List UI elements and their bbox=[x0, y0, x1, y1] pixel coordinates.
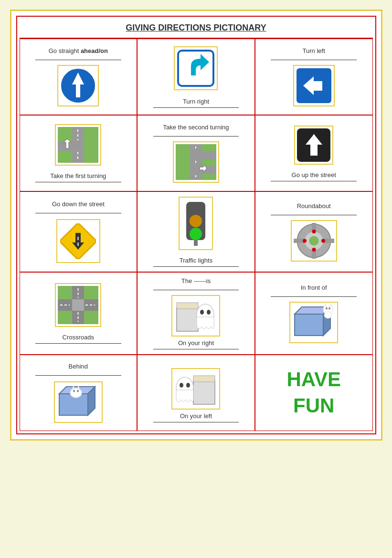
svg-point-53 bbox=[200, 310, 204, 315]
label-first-turning: Take the first turning bbox=[50, 172, 106, 179]
cell-go-up-street: Go up the street bbox=[255, 115, 373, 191]
up-street-arrow-icon bbox=[301, 132, 327, 158]
img-frame-cat-front bbox=[289, 302, 338, 343]
svg-point-67 bbox=[70, 388, 82, 398]
label-turn-right: Turn right bbox=[183, 98, 209, 105]
img-frame-up-street bbox=[294, 126, 333, 165]
label-on-your-left: On your left bbox=[180, 412, 212, 420]
have-fun-text: HAVEFUN bbox=[286, 367, 341, 419]
img-frame-first-turning bbox=[55, 124, 101, 166]
svg-rect-49 bbox=[177, 307, 198, 331]
label-roundabout: Roundabout bbox=[260, 202, 368, 210]
up-street-sign bbox=[297, 128, 330, 162]
svg-point-54 bbox=[207, 310, 211, 315]
img-frame-crossroads bbox=[55, 283, 101, 327]
cat-front-icon bbox=[292, 305, 335, 340]
svg-point-69 bbox=[77, 390, 79, 392]
svg-point-61 bbox=[328, 307, 330, 309]
label-behind: Behind bbox=[25, 363, 132, 370]
label-in-front-of: In front of bbox=[260, 284, 368, 291]
label-go-straight: Go straight ahead/on bbox=[25, 47, 132, 54]
svg-rect-72 bbox=[193, 380, 215, 404]
turn-right-icon bbox=[177, 49, 215, 87]
label-second-turning: Take the second turning bbox=[142, 124, 250, 131]
img-frame-turn-left bbox=[293, 65, 335, 106]
label-go-down-street: Go down the street bbox=[25, 200, 132, 208]
img-frame-traffic-lights bbox=[179, 197, 213, 250]
cell-crossroads: Crossroads bbox=[20, 272, 138, 355]
roundabout-icon bbox=[294, 223, 334, 259]
page: GIVING DIRECTIONS PICTIONARY Go straight… bbox=[10, 10, 382, 441]
cat-behind-icon bbox=[57, 384, 100, 420]
second-turning-icon bbox=[176, 144, 216, 180]
ghost-left-icon bbox=[174, 371, 217, 407]
cell-go-down-street: Go down the street bbox=[20, 191, 138, 272]
cell-turn-left: Turn left bbox=[255, 39, 373, 115]
cell-in-front-of: In front of bbox=[255, 272, 373, 355]
straight-ahead-icon bbox=[60, 68, 96, 104]
label-traffic-lights: Traffic lights bbox=[180, 257, 212, 264]
cell-the-is: The ------is bbox=[137, 272, 255, 355]
svg-point-68 bbox=[73, 390, 75, 392]
crossroads-icon bbox=[58, 286, 98, 324]
down-street-sign-icon bbox=[60, 223, 96, 259]
svg-point-59 bbox=[324, 312, 332, 318]
first-turning-icon bbox=[58, 127, 98, 163]
cell-turn-right: Turn right bbox=[137, 39, 255, 115]
svg-rect-73 bbox=[193, 376, 215, 382]
ghost-right-icon bbox=[174, 298, 217, 334]
svg-rect-13 bbox=[202, 151, 216, 160]
svg-point-77 bbox=[186, 383, 190, 388]
cell-roundabout: Roundabout bbox=[255, 191, 373, 272]
img-frame-ghost-left bbox=[171, 368, 220, 410]
svg-point-60 bbox=[326, 307, 328, 309]
cell-second-turning: Take the second turning bbox=[137, 115, 255, 191]
svg-point-28 bbox=[190, 202, 202, 214]
label-crossroads: Crossroads bbox=[63, 334, 94, 341]
img-frame-down-street bbox=[56, 219, 100, 263]
img-frame-cat-behind bbox=[54, 381, 103, 423]
svg-point-37 bbox=[312, 230, 316, 233]
cell-behind: Behind bbox=[20, 355, 138, 431]
svg-rect-29 bbox=[194, 240, 198, 246]
cell-have-fun: HAVEFUN bbox=[255, 355, 373, 431]
svg-point-27 bbox=[190, 215, 202, 227]
label-up-street: Go up the street bbox=[292, 171, 336, 179]
img-frame-second-turning bbox=[173, 141, 219, 183]
img-frame-roundabout bbox=[291, 220, 337, 262]
img-frame-ghost-right bbox=[171, 295, 220, 337]
svg-rect-55 bbox=[295, 314, 323, 336]
svg-rect-35 bbox=[294, 239, 304, 243]
svg-rect-44 bbox=[72, 299, 84, 311]
label-on-your-right: On your right bbox=[178, 339, 214, 347]
turn-left-icon bbox=[296, 68, 332, 104]
cell-go-straight: Go straight ahead/on bbox=[20, 39, 138, 115]
svg-point-76 bbox=[180, 383, 183, 388]
svg-point-39 bbox=[312, 248, 316, 252]
svg-point-26 bbox=[190, 228, 202, 240]
svg-rect-34 bbox=[312, 251, 316, 259]
cell-first-turning: Take the first turning bbox=[20, 115, 138, 191]
img-frame-turn-right bbox=[174, 46, 218, 90]
svg-rect-50 bbox=[177, 303, 198, 309]
label-turn-left: Turn left bbox=[260, 47, 368, 54]
label-the-is: The ------is bbox=[142, 277, 250, 284]
inner-border: GIVING DIRECTIONS PICTIONARY Go straight… bbox=[16, 16, 376, 434]
svg-rect-7 bbox=[58, 141, 72, 151]
img-frame-straight bbox=[57, 65, 99, 106]
svg-point-38 bbox=[321, 239, 325, 242]
pictionary-grid: Go straight ahead/on bbox=[20, 39, 373, 431]
cell-on-your-left: On your left bbox=[137, 355, 255, 431]
svg-rect-36 bbox=[324, 239, 334, 243]
svg-point-32 bbox=[309, 236, 318, 245]
cell-traffic-lights: Traffic lights bbox=[137, 191, 255, 272]
traffic-lights-icon bbox=[181, 200, 210, 247]
svg-point-40 bbox=[303, 239, 307, 242]
page-title: GIVING DIRECTIONS PICTIONARY bbox=[20, 19, 373, 39]
